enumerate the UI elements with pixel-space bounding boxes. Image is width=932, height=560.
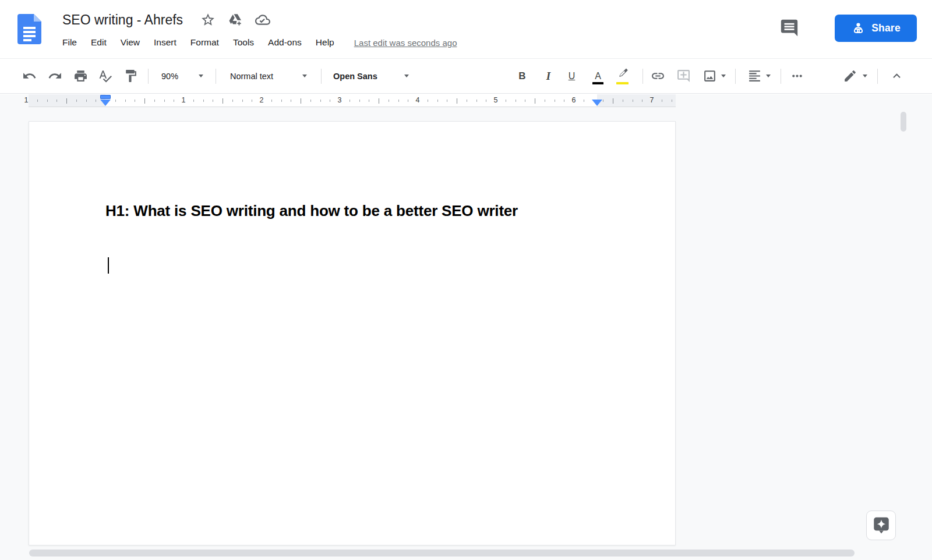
ruler-tick — [242, 100, 243, 102]
underline-button[interactable]: U — [564, 69, 579, 83]
ruler-tick — [203, 100, 204, 102]
ruler-tick — [252, 100, 252, 102]
right-indent-marker[interactable] — [592, 100, 602, 106]
document-canvas: H1: What is SEO writing and how to be a … — [0, 107, 932, 560]
ruler-tick — [662, 100, 662, 102]
ruler-tick — [437, 100, 438, 102]
share-button[interactable]: Share — [835, 15, 917, 42]
last-edit-status[interactable]: Last edit was seconds ago — [354, 38, 457, 48]
ruler-tick — [96, 100, 96, 102]
ruler-tick — [135, 100, 135, 102]
menu-edit[interactable]: Edit — [84, 35, 114, 50]
highlight-color-swatch — [616, 82, 629, 84]
ruler-tick — [457, 98, 457, 104]
paint-format-icon[interactable] — [123, 69, 138, 83]
menu-tools[interactable]: Tools — [226, 35, 261, 50]
font-dropdown-arrow-icon[interactable] — [404, 75, 409, 77]
ruler-tick — [57, 100, 57, 102]
ruler-tick — [535, 98, 535, 104]
print-icon[interactable] — [73, 69, 88, 83]
editing-mode-pencil-icon[interactable] — [843, 69, 857, 83]
ruler-tick — [379, 98, 379, 104]
insert-link-icon[interactable] — [651, 69, 665, 83]
zoom-select[interactable]: 90% — [161, 59, 178, 93]
docs-logo-icon[interactable] — [17, 14, 41, 44]
toolbar-divider — [148, 69, 149, 84]
first-line-indent-marker[interactable] — [100, 95, 111, 99]
paragraph-style-select[interactable]: Normal text — [230, 59, 273, 93]
document-page[interactable]: H1: What is SEO writing and how to be a … — [29, 121, 676, 545]
ruler-tick — [115, 100, 116, 102]
ruler-right-margin — [597, 94, 676, 107]
ruler-tick — [213, 100, 213, 102]
style-dropdown-arrow-icon[interactable] — [302, 75, 307, 77]
ruler-band — [29, 94, 676, 107]
ruler-number: 4 — [416, 96, 420, 104]
open-comment-history-button[interactable] — [779, 18, 799, 39]
ruler-tick — [320, 100, 321, 102]
ruler-tick — [154, 100, 155, 102]
ruler-tick — [86, 100, 87, 102]
menu-help[interactable]: Help — [309, 35, 341, 50]
highlight-color-icon[interactable] — [616, 67, 630, 80]
ruler-left-margin — [29, 94, 105, 107]
share-link-icon — [851, 21, 866, 36]
menu-format[interactable]: Format — [183, 35, 226, 50]
ruler-tick — [389, 100, 389, 102]
ruler-tick — [223, 98, 223, 104]
toolbar-divider — [735, 69, 736, 84]
document-title[interactable]: SEO writing - Ahrefs — [62, 12, 183, 28]
collapse-toolbar-icon[interactable] — [889, 69, 904, 83]
share-button-label: Share — [871, 22, 901, 34]
ruler-tick — [193, 100, 194, 102]
vertical-scrollbar-thumb[interactable] — [901, 112, 906, 132]
menu-file[interactable]: File — [55, 35, 84, 50]
ruler-number: 2 — [260, 96, 264, 104]
left-indent-marker[interactable] — [100, 100, 111, 106]
image-dropdown-arrow-icon[interactable] — [721, 75, 726, 77]
mode-dropdown-arrow-icon[interactable] — [863, 75, 867, 77]
add-comment-icon[interactable] — [676, 69, 691, 83]
ruler[interactable]: 1 1 2 3 4 5 6 7 — [0, 94, 932, 107]
align-dropdown-arrow-icon[interactable] — [766, 75, 771, 77]
menu-addons[interactable]: Add-ons — [261, 35, 309, 50]
ruler-tick — [66, 98, 67, 104]
insert-image-icon[interactable] — [702, 69, 717, 83]
ruler-tick — [516, 100, 516, 102]
menu-view[interactable]: View — [114, 35, 147, 50]
ruler-tick — [564, 100, 564, 102]
text-color-swatch — [592, 82, 603, 84]
ruler-tick — [633, 100, 633, 102]
horizontal-scrollbar-thumb[interactable] — [29, 550, 855, 557]
undo-icon[interactable] — [22, 69, 37, 83]
menu-insert[interactable]: Insert — [147, 35, 183, 50]
ruler-tick — [359, 100, 360, 102]
ruler-tick — [672, 100, 672, 102]
ruler-tick — [584, 100, 584, 102]
font-select[interactable]: Open Sans — [333, 59, 377, 93]
align-left-icon[interactable] — [747, 69, 762, 83]
redo-icon[interactable] — [48, 69, 62, 83]
ruler-tick — [125, 100, 126, 102]
move-to-drive-icon[interactable] — [228, 12, 243, 27]
document-heading[interactable]: H1: What is SEO writing and how to be a … — [105, 200, 601, 222]
ruler-tick — [545, 100, 545, 102]
bold-button[interactable]: B — [515, 69, 529, 83]
ruler-number: 5 — [494, 96, 498, 104]
ruler-tick — [398, 100, 399, 102]
ruler-tick — [232, 100, 233, 102]
ruler-tick — [603, 100, 603, 102]
explore-button[interactable] — [866, 511, 896, 540]
ruler-tick — [281, 100, 282, 102]
ruler-tick — [37, 100, 38, 102]
cloud-saved-icon[interactable] — [255, 12, 270, 27]
ruler-number: 6 — [572, 96, 576, 104]
spellcheck-icon[interactable] — [98, 69, 112, 83]
star-icon[interactable] — [200, 12, 216, 27]
italic-button[interactable]: I — [541, 69, 556, 83]
more-options-icon[interactable] — [790, 69, 804, 83]
zoom-dropdown-arrow-icon[interactable] — [199, 75, 203, 77]
text-color-button[interactable]: A — [591, 69, 605, 83]
toolbar-divider — [877, 69, 878, 84]
ruler-tick — [164, 100, 165, 102]
